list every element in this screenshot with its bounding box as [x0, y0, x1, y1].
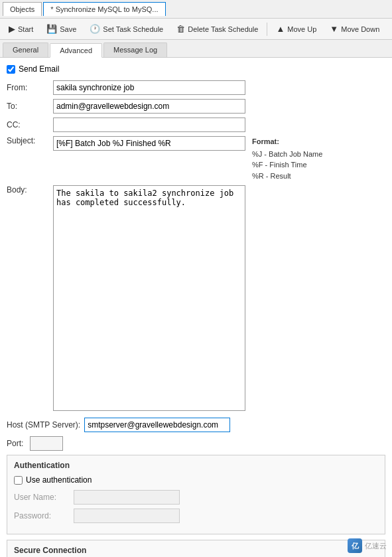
clock-icon: 🕐: [90, 24, 100, 34]
format-hint: Format: %J - Batch Job Name %F - Finish …: [252, 136, 322, 181]
watermark: 亿 亿速云: [348, 538, 387, 553]
body-textarea[interactable]: [53, 185, 245, 411]
send-email-checkbox[interactable]: [7, 65, 15, 74]
main-content: Send Email From: To: CC: Subject: Format…: [0, 58, 392, 557]
subject-input[interactable]: [53, 136, 245, 151]
move-down-button[interactable]: ▼ Move Down: [324, 21, 385, 37]
separator: [267, 23, 267, 36]
password-row: Password:: [14, 509, 378, 523]
from-input[interactable]: [53, 80, 245, 95]
format-line2: %F - Finish Time: [252, 159, 322, 171]
format-line1: %J - Batch Job Name: [252, 149, 322, 160]
arrow-down-icon: ▼: [330, 24, 338, 34]
start-icon: ▶: [9, 24, 15, 34]
use-auth-row: Use authentication: [14, 475, 378, 485]
send-email-row: Send Email: [7, 64, 385, 74]
cc-input[interactable]: [53, 118, 245, 132]
tab-advanced[interactable]: Advanced: [50, 43, 102, 58]
subject-row: Subject: Format: %J - Batch Job Name %F …: [7, 136, 385, 181]
format-line3: %R - Result: [252, 171, 322, 182]
tab-message-log[interactable]: Message Log: [103, 42, 167, 57]
toolbar: ▶ Start 💾 Save 🕐 Set Task Schedule 🗑 Del…: [0, 19, 392, 40]
format-title: Format:: [252, 136, 322, 147]
save-icon: 💾: [46, 24, 57, 34]
send-email-label[interactable]: Send Email: [19, 64, 59, 74]
watermark-icon: 亿: [348, 538, 362, 553]
use-auth-label[interactable]: Use authentication: [26, 475, 92, 485]
port-input[interactable]: [30, 436, 63, 451]
username-input[interactable]: [74, 490, 180, 505]
port-label: Port:: [7, 439, 23, 448]
subject-label: Subject:: [7, 136, 53, 145]
tabs-bar: General Advanced Message Log: [0, 40, 392, 58]
body-label: Body:: [7, 185, 53, 195]
authentication-section: Authentication Use authentication User N…: [7, 455, 385, 534]
delete-icon: 🗑: [176, 24, 185, 34]
cc-label: CC:: [7, 120, 53, 129]
port-row: Port:: [7, 436, 385, 451]
username-row: User Name:: [14, 490, 378, 505]
password-input[interactable]: [74, 509, 180, 523]
username-label: User Name:: [14, 493, 74, 502]
secure-title: Secure Connection: [14, 546, 378, 555]
objects-tab[interactable]: Objects: [3, 2, 42, 16]
smtp-row: Host (SMTP Server):: [7, 418, 385, 432]
host-label: Host (SMTP Server):: [7, 420, 80, 430]
use-auth-checkbox[interactable]: [14, 476, 23, 485]
to-row: To:: [7, 99, 385, 114]
from-row: From:: [7, 80, 385, 95]
body-row: Body:: [7, 185, 385, 411]
arrow-up-icon: ▲: [276, 24, 285, 34]
password-label: Password:: [14, 511, 74, 520]
to-label: To:: [7, 102, 53, 111]
to-input[interactable]: [53, 99, 245, 114]
tab-general[interactable]: General: [3, 42, 48, 57]
secure-connection-section: Secure Connection Never TLS SSL: [7, 540, 385, 557]
cc-row: CC:: [7, 118, 385, 132]
sync-tab[interactable]: * Synchronize MySQL to MySQ...: [43, 2, 165, 16]
watermark-text: 亿速云: [365, 541, 387, 551]
delete-task-button[interactable]: 🗑 Delete Task Schedule: [170, 21, 264, 37]
auth-title: Authentication: [14, 461, 378, 470]
move-up-button[interactable]: ▲ Move Up: [270, 21, 322, 37]
start-button[interactable]: ▶ Start: [3, 21, 39, 37]
set-task-button[interactable]: 🕐 Set Task Schedule: [84, 21, 169, 37]
from-label: From:: [7, 83, 53, 92]
save-button[interactable]: 💾 Save: [40, 21, 82, 37]
host-input[interactable]: [84, 418, 230, 432]
